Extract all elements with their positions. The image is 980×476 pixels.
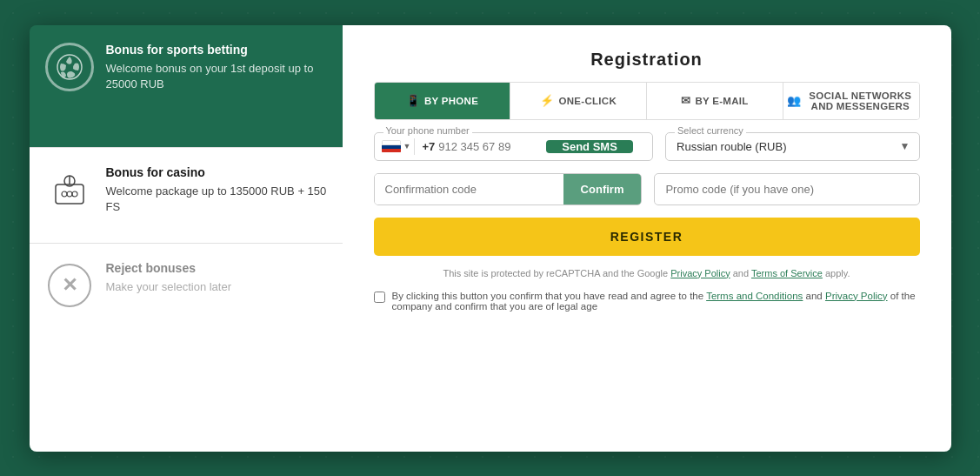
tab-by-email-label: BY E-MAIL [695, 96, 748, 106]
phone-input[interactable] [438, 140, 543, 153]
reject-text: Reject bonuses Make your selection later [106, 261, 232, 295]
terms-prefix: By clicking this button you confirm that… [392, 291, 704, 301]
captcha-and: and [733, 268, 749, 278]
email-tab-icon: ✉ [681, 94, 690, 107]
tab-by-phone[interactable]: 📱 BY PHONE [375, 83, 511, 119]
promo-input[interactable] [654, 173, 919, 205]
reject-title: Reject bonuses [106, 261, 232, 275]
confirmation-promo-row: Confirm [374, 173, 920, 205]
send-sms-button[interactable]: Send SMS [546, 140, 633, 153]
confirmation-input[interactable] [375, 174, 563, 204]
currency-select[interactable]: Russian rouble (RUB) USD EUR [666, 133, 918, 160]
casino-bonus-text: Bonus for casino Welcome package up to 1… [106, 165, 327, 215]
tab-by-email[interactable]: ✉ BY E-MAIL [647, 83, 783, 119]
sports-bonus-icon [45, 43, 94, 91]
oneclick-tab-icon: ⚡ [540, 94, 554, 107]
social-tab-icon: 👥 [787, 94, 801, 107]
confirmation-group: Confirm [374, 173, 643, 205]
phone-tab-icon: 📱 [406, 94, 420, 107]
phone-prefix: +7 [422, 140, 435, 153]
svg-point-4 [72, 191, 77, 197]
privacy-link[interactable]: Privacy Policy [825, 291, 888, 301]
sports-bonus-card[interactable]: Bonus for sports betting Welcome bonus o… [30, 25, 343, 147]
casino-bonus-card[interactable]: Bonus for casino Welcome package up to 1… [30, 147, 343, 243]
tab-by-phone-label: BY PHONE [424, 96, 478, 106]
phone-currency-row: Your phone number ▼ +7 Send SMS [374, 132, 920, 161]
register-button[interactable]: REGISTER [374, 218, 920, 256]
phone-inner: ▼ +7 Send SMS [375, 133, 653, 160]
main-container: Bonus for sports betting Welcome bonus o… [30, 25, 951, 452]
page-title: Registration [374, 50, 920, 70]
phone-label: Your phone number [383, 125, 472, 136]
reject-icon: ✕ [45, 261, 94, 310]
casino-bonus-desc: Welcome package up to 135000 RUB + 150 F… [106, 184, 327, 215]
svg-point-5 [67, 191, 72, 197]
terms-checkbox[interactable] [374, 292, 385, 303]
sports-bonus-title: Bonus for sports betting [106, 43, 327, 57]
reject-bonuses-card[interactable]: ✕ Reject bonuses Make your selection lat… [30, 243, 343, 452]
casino-bonus-title: Bonus for casino [106, 165, 327, 179]
captcha-apply: apply. [825, 268, 850, 278]
left-panel: Bonus for sports betting Welcome bonus o… [30, 25, 343, 452]
svg-point-3 [62, 191, 67, 197]
svg-rect-1 [56, 184, 83, 204]
tab-social-label: SOCIAL NETWORKS AND MESSENGERS [805, 91, 915, 111]
confirm-button[interactable]: Confirm [563, 174, 642, 204]
terms-text: By clicking this button you confirm that… [392, 291, 920, 312]
flag-chevron-icon: ▼ [403, 142, 411, 151]
phone-group: Your phone number ▼ +7 Send SMS [374, 132, 654, 161]
tab-one-click-label: ONE-CLICK [558, 96, 617, 106]
currency-group: Select currency Russian rouble (RUB) USD… [665, 132, 919, 161]
captcha-notice: This site is protected by reCAPTCHA and … [374, 268, 920, 278]
flag-selector[interactable]: ▼ [378, 138, 416, 155]
captcha-privacy-link[interactable]: Privacy Policy [670, 268, 730, 278]
currency-label: Select currency [675, 125, 746, 136]
right-panel: Registration 📱 BY PHONE ⚡ ONE-CLICK ✉ BY… [343, 25, 951, 452]
captcha-text: This site is protected by reCAPTCHA and … [443, 268, 669, 278]
sports-bonus-desc: Welcome bonus on your 1st deposit up to … [106, 61, 327, 92]
casino-bonus-icon [45, 165, 94, 214]
captcha-tos-link[interactable]: Terms of Service [751, 268, 823, 278]
tab-social[interactable]: 👥 SOCIAL NETWORKS AND MESSENGERS [783, 83, 919, 119]
reject-desc: Make your selection later [106, 279, 232, 295]
tab-one-click[interactable]: ⚡ ONE-CLICK [510, 83, 647, 119]
sports-bonus-text: Bonus for sports betting Welcome bonus o… [106, 43, 327, 92]
terms-checkbox-row: By clicking this button you confirm that… [374, 291, 920, 312]
terms-link2[interactable]: Terms and Conditions [706, 291, 803, 301]
russian-flag [382, 140, 401, 153]
registration-tabs: 📱 BY PHONE ⚡ ONE-CLICK ✉ BY E-MAIL 👥 SOC… [374, 82, 920, 120]
terms-and: and [806, 291, 823, 301]
